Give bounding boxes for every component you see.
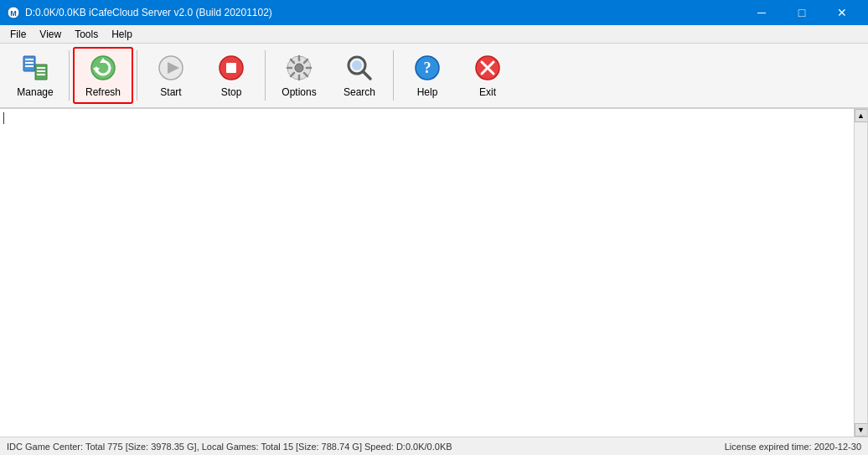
separator-3 (265, 50, 266, 101)
menu-file[interactable]: File (3, 27, 33, 42)
start-label: Start (160, 86, 181, 98)
refresh-button[interactable]: Refresh (73, 47, 133, 104)
svg-text:?: ? (424, 59, 431, 76)
search-icon (344, 53, 375, 83)
close-button[interactable]: ✕ (823, 0, 861, 25)
app-icon: M (7, 6, 20, 19)
svg-line-29 (363, 71, 370, 79)
exit-icon (473, 53, 503, 83)
status-right: License expired time: 2020-12-30 (725, 442, 861, 452)
start-icon (156, 53, 186, 83)
options-icon (284, 53, 314, 83)
refresh-label: Refresh (85, 86, 121, 98)
menu-help[interactable]: Help (105, 27, 139, 42)
svg-rect-7 (37, 67, 45, 69)
title-bar: M D:0.0K/0.0KB iCafeCloud Server v2.0 (B… (0, 0, 868, 25)
toolbar: Manage Refresh Start (0, 44, 868, 109)
maximize-button[interactable]: □ (783, 0, 821, 25)
svg-rect-9 (37, 74, 45, 75)
svg-point-28 (352, 60, 362, 70)
options-button[interactable]: Options (269, 47, 329, 104)
manage-icon (20, 53, 50, 83)
svg-rect-4 (25, 62, 34, 64)
scroll-track[interactable] (855, 122, 867, 423)
svg-rect-5 (25, 65, 34, 67)
search-label: Search (344, 86, 375, 98)
exit-label: Exit (479, 86, 496, 98)
svg-rect-16 (226, 63, 236, 73)
status-left: IDC Game Center: Total 775 [Size: 3978.3… (7, 442, 452, 452)
title-text: D:0.0K/0.0KB iCafeCloud Server v2.0 (Bui… (25, 7, 272, 18)
manage-label: Manage (17, 86, 53, 98)
text-cursor (3, 112, 4, 124)
menu-tools[interactable]: Tools (68, 27, 105, 42)
manage-button[interactable]: Manage (5, 47, 65, 104)
title-bar-controls: ─ □ ✕ (742, 0, 861, 25)
menu-view[interactable]: View (33, 27, 68, 42)
options-label: Options (282, 86, 316, 98)
stop-label: Stop (221, 86, 242, 98)
separator-2 (137, 50, 137, 101)
svg-point-18 (295, 64, 303, 72)
scroll-up-arrow[interactable]: ▲ (855, 109, 868, 122)
minimize-button[interactable]: ─ (742, 0, 781, 25)
separator-1 (69, 50, 70, 101)
scroll-down-arrow[interactable]: ▼ (855, 423, 868, 437)
status-bar: IDC Game Center: Total 775 [Size: 3978.3… (0, 437, 868, 455)
content-area: ▲ ▼ (0, 109, 868, 437)
refresh-icon (88, 53, 118, 83)
svg-rect-8 (37, 70, 45, 72)
menu-bar: File View Tools Help (0, 25, 868, 44)
exit-button[interactable]: Exit (457, 47, 518, 104)
scrollbar: ▲ ▼ (854, 109, 867, 437)
help-icon: ? (412, 53, 442, 83)
svg-text:M: M (10, 9, 17, 18)
title-bar-left: M D:0.0K/0.0KB iCafeCloud Server v2.0 (B… (7, 6, 272, 19)
help-button[interactable]: ? Help (397, 47, 457, 104)
search-button[interactable]: Search (329, 47, 390, 104)
start-button[interactable]: Start (141, 47, 201, 104)
stop-button[interactable]: Stop (201, 47, 261, 104)
stop-icon (216, 53, 246, 83)
svg-rect-3 (25, 59, 34, 60)
help-label: Help (417, 86, 438, 98)
separator-4 (393, 50, 394, 101)
